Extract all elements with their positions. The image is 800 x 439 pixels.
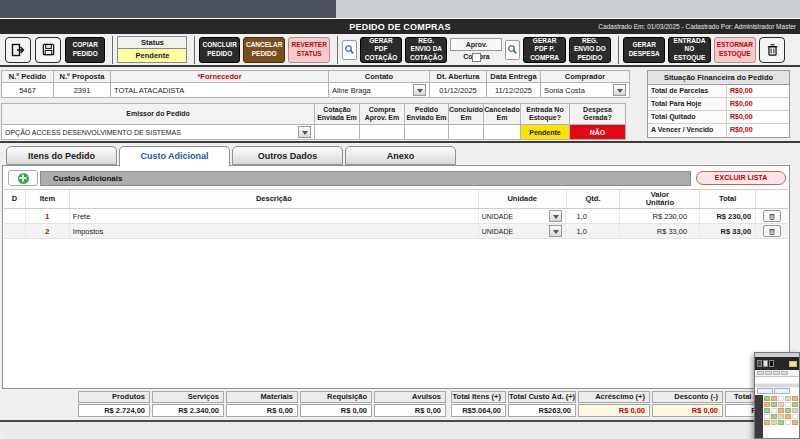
item-number: 2 xyxy=(26,224,70,238)
section-title: Custos Adicionais xyxy=(40,171,691,186)
quote-sent-label: Cotação Enviada Em xyxy=(314,103,360,125)
search-quote-button[interactable] xyxy=(342,40,357,60)
fin-row-label: Total de Parcelas xyxy=(648,85,727,97)
total-label: Total Itens (+) xyxy=(451,391,506,403)
preview-thumbnail-window[interactable] xyxy=(754,352,800,439)
copy-order-button[interactable]: COPIAR PEDIDO xyxy=(65,37,105,63)
financial-panel-title: Situação Financeira do Pedido xyxy=(648,71,789,85)
purchase-approved-value xyxy=(359,125,405,140)
thumb-block xyxy=(773,371,780,375)
chevron-down-icon[interactable] xyxy=(549,210,562,222)
add-cost-button[interactable] xyxy=(8,170,38,186)
proposal-number-label: N.º Proposta xyxy=(53,70,111,83)
item-number: 1 xyxy=(26,209,70,223)
tab-itens-do-pedido[interactable]: Itens do Pedido xyxy=(6,146,117,165)
quantity-field[interactable]: 1,0 xyxy=(566,209,620,223)
tab-custo-adicional[interactable]: Custo Adicional xyxy=(119,146,230,167)
thumb-titlebar xyxy=(755,357,799,370)
generate-pdf-order-button[interactable]: GERAR PDF P. COMPRA xyxy=(523,37,565,63)
total-value: R$5.064,00 xyxy=(451,404,506,417)
item-description-field[interactable]: Frete xyxy=(70,209,479,223)
col-valor-unitario-text: Valor Unitário xyxy=(641,191,679,208)
generate-expense-button[interactable]: GERAR DESPESA xyxy=(623,37,665,63)
tab-outros-dados[interactable]: Outros Dados xyxy=(232,146,343,165)
total-value: R$ 0,00 xyxy=(226,404,298,417)
col-descricao: Descrição xyxy=(70,190,479,208)
stock-entry-button[interactable]: ENTRADA NO ESTOQUE xyxy=(668,37,710,63)
thumb-block xyxy=(757,371,764,375)
open-date-field[interactable]: 01/12/2025 xyxy=(429,83,487,98)
fin-row-value: R$0,00 xyxy=(727,98,789,110)
delete-row-button[interactable] xyxy=(763,210,781,222)
generate-pdf-quote-button[interactable]: GERAR PDF COTAÇÃO xyxy=(360,37,402,63)
order-number-field[interactable]: 5467 xyxy=(1,83,54,98)
financial-panel: Situação Financeira do Pedido Total de P… xyxy=(647,70,790,138)
save-icon xyxy=(41,42,56,57)
thumb-gap xyxy=(755,377,799,383)
expense-generated-label: Despesa Gerada? xyxy=(569,103,626,125)
unit-select[interactable]: UNIDADE xyxy=(479,209,567,223)
fin-row-label: A Vencer / Vencido xyxy=(648,124,727,137)
delete-order-button[interactable] xyxy=(759,37,785,63)
delete-list-button[interactable]: EXCLUIR LISTA xyxy=(696,171,786,185)
expense-generated-status: NÃO xyxy=(569,125,626,140)
chevron-down-icon[interactable] xyxy=(613,84,626,96)
chevron-down-icon[interactable] xyxy=(549,225,562,237)
toolbar-separator xyxy=(194,36,195,64)
item-description-field[interactable]: Impostos xyxy=(70,224,479,238)
thumb-toolbar xyxy=(755,370,799,377)
revert-status-button[interactable]: REVERTER STATUS xyxy=(288,37,329,63)
register-order-sent-button[interactable]: REG. ENVIO DO PEDIDO xyxy=(569,37,611,63)
quantity-field[interactable]: 1,0 xyxy=(566,224,620,238)
reverse-stock-button[interactable]: ESTORNAR ESTOQUE xyxy=(714,37,756,63)
buyer-select[interactable]: Sonia Costa xyxy=(540,83,630,98)
unit-price-field[interactable]: R$ 33,00 xyxy=(620,224,700,238)
chevron-down-icon[interactable] xyxy=(413,84,426,96)
chevron-down-icon[interactable] xyxy=(298,126,311,138)
col-d: D xyxy=(4,190,26,208)
unit-price-field[interactable]: R$ 230,00 xyxy=(620,209,700,223)
trash-icon xyxy=(768,227,776,236)
conclude-order-button[interactable]: CONCLUIR PEDIDO xyxy=(199,37,239,63)
total-value: R$ 0,00 xyxy=(300,404,372,417)
trash-icon xyxy=(768,212,776,221)
thumb-block xyxy=(765,371,772,375)
thumb-grid xyxy=(755,395,799,438)
approve-purchase-checkbox[interactable] xyxy=(472,53,481,62)
contact-label: Contato xyxy=(328,70,430,83)
buyer-label: Comprador xyxy=(540,70,630,83)
col-qtd: Qtd. xyxy=(567,190,621,208)
table-row: 1 Frete UNIDADE 1,0 R$ 230,00 R$ 230,00 xyxy=(4,209,788,224)
col-item: Item xyxy=(26,190,70,208)
total-label: Desconto (-) xyxy=(652,391,723,403)
cancel-order-button[interactable]: CANCELAR PEDIDO xyxy=(243,37,285,63)
background-strip xyxy=(336,0,800,18)
discount-value[interactable]: R$ 0,00 xyxy=(652,404,723,417)
contact-select[interactable]: Aline Braga xyxy=(328,83,430,98)
delete-row-button[interactable] xyxy=(763,225,781,237)
supplier-field[interactable]: TOTAL ATACADISTA xyxy=(110,83,329,98)
thumb-cells xyxy=(763,395,799,438)
fin-row-value: R$0,00 xyxy=(727,124,789,137)
tab-anexo[interactable]: Anexo xyxy=(345,146,456,165)
supplier-label: *Fornecedor xyxy=(110,70,329,83)
delivery-date-field[interactable]: 11/12/2025 xyxy=(486,83,541,98)
search-order-button[interactable] xyxy=(505,40,520,60)
register-quote-sent-button[interactable]: REG. ENVIO DA COTAÇÃO xyxy=(405,37,447,63)
unit-select[interactable]: UNIDADE xyxy=(479,224,567,238)
exit-button[interactable] xyxy=(5,37,31,63)
total-label: Serviços xyxy=(152,391,224,403)
total-value: R$ 0,00 xyxy=(374,404,446,417)
issuer-select[interactable]: OPÇÃO ACCESS DESENVOLVIMENTO DE SISTEMAS xyxy=(1,125,315,140)
registered-info: Cadastrado Em: 01/03/2025 - Cadastrado P… xyxy=(598,23,796,30)
thumb-block xyxy=(781,371,788,375)
total-label: Avulsos xyxy=(374,391,446,403)
proposal-number-field[interactable]: 2391 xyxy=(53,83,111,98)
table-header-row: D Item Descrição Unidade Qtd. Valor Unit… xyxy=(4,189,788,209)
total-value: R$ 2.340,00 xyxy=(152,404,224,417)
thumb-sidebar xyxy=(755,395,763,438)
save-button[interactable] xyxy=(35,37,61,63)
approve-purchase-group: Aprov. Compra xyxy=(450,38,502,62)
surcharge-value[interactable]: R$ 0,00 xyxy=(578,404,650,417)
thumb-block xyxy=(789,361,797,367)
